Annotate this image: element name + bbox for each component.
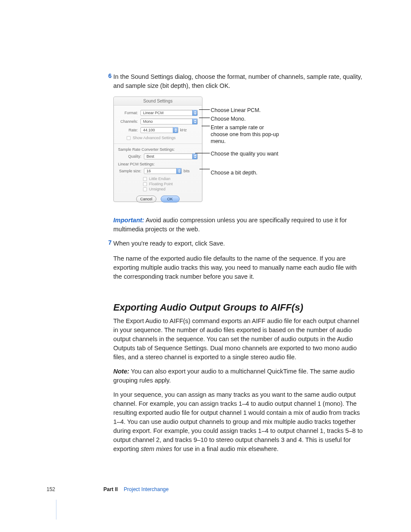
important-label: Important: (113, 217, 144, 224)
rate-combo[interactable]: 44.100 (140, 127, 178, 133)
leader-line (202, 126, 210, 126)
channels-label: Channels: (118, 119, 140, 124)
callout-quality: Choose the quality you want (211, 150, 278, 157)
format-label: Format: (118, 111, 140, 115)
channels-row: Channels: Mono (118, 118, 198, 124)
show-advanced-row[interactable]: Show Advanced Settings (127, 136, 198, 140)
popup-arrows-icon (192, 118, 197, 124)
page-number: 152 (47, 486, 67, 492)
body-paragraph: The Export Audio to AIFF(s) command expo… (113, 317, 363, 362)
step-6: 6 In the Sound Settings dialog, choose t… (113, 72, 363, 90)
page-footer: 152 Part II Project Interchange (47, 486, 385, 492)
leader-line (195, 153, 210, 153)
sample-size-popup[interactable]: 16 (144, 168, 182, 174)
step-text: In the Sound Settings dialog, choose the… (113, 72, 363, 90)
sound-settings-dialog: Sound Settings Format: Linear PCM Channe… (113, 96, 202, 202)
sample-size-label: Sample size: (118, 169, 144, 173)
show-advanced-label: Show Advanced Settings (133, 136, 176, 140)
sample-size-value: 16 (146, 169, 151, 173)
page: 6 In the Sound Settings dialog, choose t… (0, 0, 411, 532)
floating-point-label: Floating Point (149, 182, 173, 186)
checkbox-icon[interactable] (143, 177, 147, 181)
note-paragraph: Note: You can also export your audio to … (113, 367, 363, 385)
floating-point-row[interactable]: Floating Point (143, 182, 198, 186)
divider (114, 143, 202, 144)
important-text: Avoid audio compression unless you are s… (113, 217, 347, 233)
leader-line (199, 109, 210, 110)
format-value: Linear PCM (143, 111, 164, 115)
footer-rule (56, 500, 56, 520)
callout-rate: Enter a sample rate or choose one from t… (211, 124, 280, 145)
step-text: When you're ready to export, click Save. (113, 239, 363, 248)
popup-arrows-icon (192, 153, 197, 159)
rate-label: Rate: (118, 128, 140, 132)
format-row: Format: Linear PCM (118, 110, 198, 116)
channels-popup[interactable]: Mono (140, 118, 198, 124)
unsigned-label: Unsigned (149, 187, 165, 191)
footer-chapter: Project Interchange (124, 486, 168, 492)
popup-arrows-icon (192, 110, 197, 116)
post-step-paragraph: The name of the exported audio file defa… (113, 254, 363, 281)
checkbox-icon[interactable] (143, 182, 147, 186)
lpcm-section-label: Linear PCM Settings: (118, 162, 198, 166)
step-number: 6 (106, 72, 112, 79)
body-paragraph: In your sequence, you can assign as many… (113, 390, 363, 454)
important-paragraph: Important: Avoid audio compression unles… (113, 216, 363, 234)
srcs-section-label: Sample Rate Converter Settings: (118, 147, 198, 152)
popup-arrows-icon (176, 168, 181, 174)
little-endian-label: Little Endian (149, 177, 171, 181)
body-text: for use in a final audio mix elsewhere. (172, 445, 279, 452)
callout-format: Choose Linear PCM. (211, 107, 261, 114)
content-column: 6 In the Sound Settings dialog, choose t… (113, 72, 363, 459)
cancel-button[interactable]: Cancel (136, 196, 156, 202)
section-heading: Exporting Audio Output Groups to AIFF(s) (113, 302, 363, 313)
quality-popup[interactable]: Best (144, 153, 198, 159)
quality-label: Quality: (118, 154, 144, 159)
dialog-button-row: Cancel OK (118, 196, 198, 202)
sample-size-row: Sample size: 16 bits (118, 168, 198, 174)
quality-value: Best (146, 154, 154, 159)
callout-bit-depth: Choose a bit depth. (211, 169, 257, 176)
leader-line (199, 169, 210, 169)
checkbox-icon[interactable] (143, 187, 147, 191)
ok-button[interactable]: OK (161, 196, 180, 202)
leader-line (199, 118, 210, 118)
note-text: You can also export your audio to a mult… (113, 368, 355, 384)
rate-row: Rate: 44.100 kHz (118, 127, 198, 133)
channels-value: Mono (143, 119, 153, 124)
popup-arrows-icon (173, 127, 178, 133)
checkbox-icon[interactable] (127, 136, 131, 140)
little-endian-row[interactable]: Little Endian (143, 177, 198, 181)
dialog-body: Format: Linear PCM Channels: Mono (114, 106, 202, 205)
rate-value: 44.100 (143, 128, 155, 132)
dialog-title: Sound Settings (114, 97, 202, 106)
format-popup[interactable]: Linear PCM (140, 110, 198, 116)
stem-mixes-em: stem mixes (141, 445, 172, 452)
step-7: 7 When you're ready to export, click Sav… (113, 239, 363, 248)
step-number: 7 (106, 239, 112, 246)
quality-row: Quality: Best (118, 153, 198, 159)
footer-part: Part II (103, 486, 118, 492)
note-label: Note: (113, 368, 129, 375)
unsigned-row[interactable]: Unsigned (143, 187, 198, 191)
rate-unit: kHz (180, 128, 187, 132)
body-text: In your sequence, you can assign as many… (113, 391, 363, 452)
sound-settings-figure: Sound Settings Format: Linear PCM Channe… (113, 96, 363, 206)
sample-size-unit: bits (184, 169, 190, 173)
callout-channels: Choose Mono. (211, 115, 246, 122)
